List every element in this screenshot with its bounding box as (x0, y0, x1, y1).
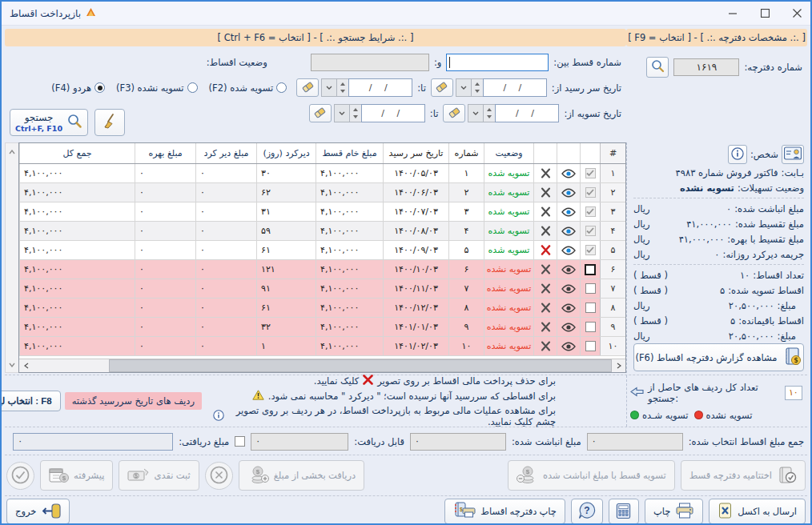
eye-icon[interactable] (557, 279, 580, 298)
delete-payment-icon[interactable] (533, 183, 557, 202)
search-button[interactable]: جستجو Ctrl+F, F10 (10, 109, 88, 136)
partial-receive-button[interactable]: دریافت بخشی از مبلغ $ (239, 460, 365, 491)
person-select-button[interactable] (782, 145, 804, 164)
eye-icon[interactable] (557, 222, 580, 240)
eye-icon[interactable] (557, 202, 580, 221)
col-header-due[interactable]: تاریخ سر رسید (383, 143, 448, 163)
calculator-button[interactable] (609, 499, 639, 524)
status-radio[interactable]: تسویه شده (F2) (209, 82, 287, 94)
col-header-delete[interactable] (533, 143, 557, 163)
date-input[interactable]: / / (348, 78, 412, 97)
received-checkbox[interactable] (235, 436, 245, 447)
installment-from-input[interactable] (446, 54, 549, 71)
delete-payment-icon[interactable] (533, 337, 557, 355)
col-header-select[interactable] (580, 143, 600, 163)
installment-to-input[interactable] (311, 54, 429, 71)
settle-with-accumulated-button[interactable]: تسویه قسط با مبلغ انباشت شده $ (508, 460, 675, 491)
date-spinner[interactable] (349, 104, 361, 122)
table-row[interactable]: ۲تسویه شده۲۱۴۰۰/۰۶/۰۳۴,۱۰۰,۰۰۰۶۲۰۰۴,۱۰۰,… (19, 183, 625, 202)
delete-payment-icon[interactable] (533, 279, 557, 298)
chevron-down-icon[interactable] (456, 78, 471, 97)
delete-payment-icon[interactable] (533, 164, 557, 182)
row-select-checkbox[interactable] (580, 279, 600, 298)
table-row[interactable]: ۷تسویه نشده۷۱۴۰۰/۱۱/۰۳۴,۱۰۰,۰۰۰۹۱۰۰۴,۱۰۰… (19, 279, 625, 299)
status-radio[interactable]: هردو (F4) (51, 82, 105, 94)
table-row[interactable]: ۶تسویه نشده۶۱۴۰۰/۱۰/۰۳۴,۱۰۰,۰۰۰۱۲۱۰۰۴,۱۰… (19, 260, 625, 279)
clear-date-button[interactable] (309, 104, 332, 122)
col-header-interest[interactable]: مبلغ بهره (135, 143, 195, 163)
status-radio[interactable]: تسویه نشده (F3) (116, 82, 198, 94)
due-date-from-picker[interactable]: / / (431, 78, 547, 97)
eye-icon[interactable] (557, 318, 580, 336)
exit-button[interactable]: خروج (6, 499, 70, 524)
scroll-right-arrow[interactable] (612, 359, 625, 372)
date-input[interactable]: / / (495, 104, 559, 122)
booklet-number-field[interactable]: ۱۶۱۹ (673, 58, 739, 76)
due-date-to-picker[interactable]: / / (296, 78, 412, 97)
chevron-down-icon[interactable] (321, 78, 336, 97)
col-header-days[interactable]: دیرکرد (روز) (256, 143, 316, 163)
date-input[interactable]: / / (361, 104, 425, 122)
clear-date-button[interactable] (443, 104, 465, 122)
eye-icon[interactable] (557, 164, 580, 182)
col-header-late[interactable]: مبلغ دیر کرد (195, 143, 256, 163)
date-spinner[interactable] (483, 104, 495, 122)
date-spinner[interactable] (471, 78, 483, 97)
view-booklet-report-button[interactable]: $ مشاهده گزارش دفترچه اقساط (F6) (633, 343, 804, 371)
row-select-checkbox[interactable] (580, 299, 600, 317)
maximize-button[interactable] (759, 8, 770, 19)
table-row[interactable]: ۱تسویه شده۱۱۴۰۰/۰۵/۰۳۴,۱۰۰,۰۰۰۳۰۰۰۴,۱۰۰,… (19, 164, 625, 183)
export-excel-button[interactable]: ارسال به اکسل (709, 499, 806, 524)
delete-payment-icon[interactable] (533, 299, 557, 317)
minimize-button[interactable] (727, 8, 738, 19)
scroll-left-arrow[interactable] (19, 359, 33, 372)
row-select-checkbox[interactable] (580, 202, 600, 221)
scrollbar-thumb[interactable] (109, 359, 612, 372)
delete-payment-icon[interactable] (533, 260, 557, 279)
date-spinner[interactable] (336, 78, 348, 97)
vertical-scrollbar[interactable] (5, 142, 18, 373)
received-field[interactable]: ۰ (13, 433, 173, 451)
close-button[interactable] (791, 8, 802, 19)
eye-icon[interactable] (557, 337, 580, 355)
table-row[interactable]: ۵تسویه شده۵۱۴۰۰/۰۹/۰۳۴,۱۰۰,۰۰۰۶۱۰۰۴,۱۰۰,… (19, 241, 625, 260)
row-select-checkbox[interactable] (580, 318, 600, 336)
clear-date-button[interactable] (296, 78, 319, 97)
table-row[interactable]: ۳تسویه شده۳۱۴۰۰/۰۷/۰۳۴,۱۰۰,۰۰۰۳۱۰۰۴,۱۰۰,… (19, 202, 625, 222)
row-select-checkbox[interactable] (580, 183, 600, 202)
delete-payment-icon[interactable] (533, 241, 557, 259)
date-input[interactable]: / / (483, 78, 547, 97)
clear-date-button[interactable] (431, 78, 453, 97)
delete-payment-icon[interactable] (533, 318, 557, 336)
scroll-up-arrow[interactable] (9, 146, 15, 157)
eye-icon[interactable] (557, 260, 580, 279)
booklet-search-button[interactable] (646, 57, 669, 78)
delete-payment-icon[interactable] (533, 202, 557, 221)
row-select-checkbox[interactable] (580, 260, 600, 279)
row-select-checkbox[interactable] (580, 164, 600, 182)
table-row[interactable]: ۴تسویه شده۴۱۴۰۰/۰۸/۰۳۴,۱۰۰,۰۰۰۵۹۰۰۴,۱۰۰,… (19, 222, 625, 241)
chevron-down-icon[interactable] (468, 104, 483, 122)
chevron-down-icon[interactable] (334, 104, 349, 122)
advanced-button[interactable]: پیشرفته $ (40, 460, 113, 491)
confirm-button[interactable] (6, 462, 34, 490)
delete-payment-icon[interactable] (533, 222, 557, 240)
clear-search-button[interactable] (94, 109, 125, 136)
horizontal-scrollbar[interactable] (19, 359, 625, 372)
row-select-checkbox[interactable] (580, 337, 600, 355)
settle-date-from-picker[interactable]: / / (443, 104, 559, 122)
help-button[interactable]: ? (571, 499, 603, 524)
col-header-raw[interactable]: مبلغ خام قسط (316, 143, 383, 163)
settle-date-to-picker[interactable]: / / (309, 104, 425, 122)
person-info-button[interactable] (728, 145, 747, 164)
col-header-no[interactable]: شماره (448, 143, 484, 163)
cash-entry-button[interactable]: ثبت نقدی $ (119, 460, 199, 491)
eye-icon[interactable] (557, 299, 580, 317)
eye-icon[interactable] (557, 183, 580, 202)
table-row[interactable]: ۹تسویه نشده۹۱۴۰۱/۰۱/۰۳۴,۱۰۰,۰۰۰۳۲۰۰۴,۱۰۰… (19, 318, 625, 337)
cancel-button[interactable] (205, 462, 233, 490)
col-header-num[interactable]: # (600, 143, 625, 163)
select-list-button[interactable]: F8 : انتخاب لیست (0, 391, 61, 411)
table-row[interactable]: ۱۰تسویه نشده۱۰۱۴۰۱/۰۲/۰۳۴,۱۰۰,۰۰۰۱۰۰۴,۱۰… (19, 337, 625, 356)
row-select-checkbox[interactable] (580, 241, 600, 259)
